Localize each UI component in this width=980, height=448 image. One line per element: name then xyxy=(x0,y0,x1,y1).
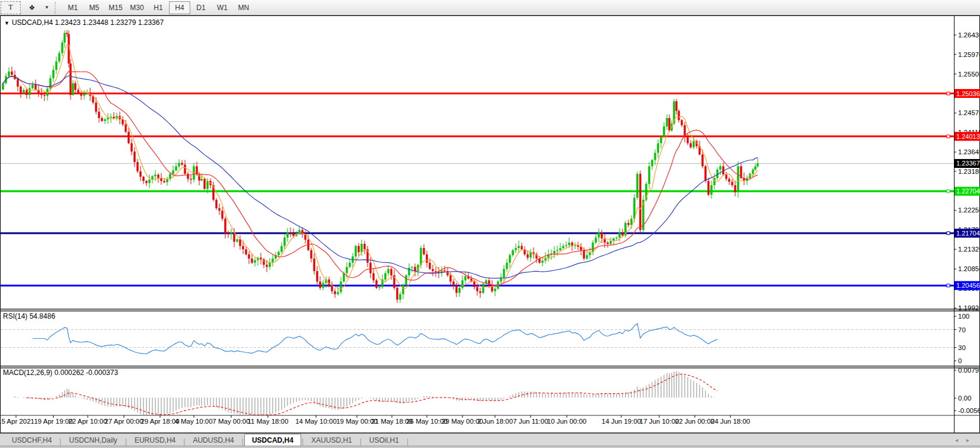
symbol-tab-audusd[interactable]: AUDUSD,H4 xyxy=(186,435,241,446)
candle-body xyxy=(429,263,430,269)
hline-handle[interactable] xyxy=(947,190,950,193)
symbol-tab-eurusd[interactable]: EURUSD,H4 xyxy=(127,435,183,446)
symbol-tab-usdcad[interactable]: USDCAD,H4 xyxy=(244,434,301,446)
symbol-dropdown-icon[interactable]: ▼ xyxy=(4,20,9,26)
candle-body xyxy=(372,273,374,280)
candle-body xyxy=(163,181,165,182)
candle-body xyxy=(316,271,318,282)
candle-body xyxy=(80,93,82,96)
candle-body xyxy=(319,282,321,288)
candle-body xyxy=(92,96,94,102)
candle-body xyxy=(160,178,162,181)
candle-body xyxy=(494,289,496,291)
candle-body xyxy=(692,141,694,148)
timeframe-button-mn[interactable]: MN xyxy=(233,1,254,14)
ma-fast-line xyxy=(3,45,758,289)
candle-body xyxy=(752,170,754,174)
candle-body xyxy=(657,143,659,152)
candle-body xyxy=(663,126,665,137)
tab-scroll-left-icon[interactable]: ◂ xyxy=(955,437,958,443)
time-axis-label: 7 Jun 11:00 xyxy=(513,418,548,425)
timeframe-button-m1[interactable]: M1 xyxy=(62,1,84,14)
candle-body xyxy=(734,185,736,192)
timeframe-button-h1[interactable]: H1 xyxy=(148,1,169,14)
candle-body xyxy=(710,185,712,195)
candle-body xyxy=(63,33,65,42)
candle-body xyxy=(577,245,579,247)
candle-body xyxy=(190,179,191,179)
timeframe-button-m5[interactable]: M5 xyxy=(84,1,105,14)
candle-body xyxy=(535,255,537,259)
arrows-tool-icon[interactable]: ❖ xyxy=(22,1,42,14)
candle-body xyxy=(77,90,79,93)
candle-body xyxy=(458,288,460,293)
candle-body xyxy=(343,273,344,281)
symbol-tab-bar: USDCHF,H4|USDCNH,Daily|EURUSD,H4|AUDUSD,… xyxy=(0,433,980,446)
candle-body xyxy=(139,171,141,177)
hline-handle[interactable] xyxy=(947,284,950,287)
timeframe-button-w1[interactable]: W1 xyxy=(212,1,233,14)
chart-window-frame xyxy=(1,16,980,433)
candle-body xyxy=(5,76,7,83)
hline-handle[interactable] xyxy=(947,231,950,234)
macd-indicator-label: MACD(12,26,9) 0.000262 -0.000373 xyxy=(3,368,118,377)
time-axis-label: 19 Apr 19:00 xyxy=(34,418,72,425)
ma-mid-line xyxy=(3,71,758,285)
candle-body xyxy=(263,259,264,265)
candle-body xyxy=(212,185,214,200)
candle-body xyxy=(46,88,48,96)
candle-body xyxy=(636,174,638,198)
timeframe-button-h4[interactable]: H4 xyxy=(169,1,190,14)
candle-body xyxy=(432,269,433,271)
candle-body xyxy=(550,253,552,254)
symbol-tab-usoil[interactable]: USOil,H1 xyxy=(362,435,406,446)
candle-body xyxy=(23,90,24,93)
symbol-tab-usdcnh[interactable]: USDCNH,Daily xyxy=(62,435,124,446)
candle-body xyxy=(266,265,267,267)
time-axis-label: 17 Jun 10:00 xyxy=(640,418,679,425)
candle-body xyxy=(704,166,706,181)
candle-body xyxy=(157,174,159,178)
hline-price-badge: 1.22704 xyxy=(956,188,980,195)
candle-body xyxy=(11,71,12,75)
candle-body xyxy=(562,246,564,248)
candle-body xyxy=(707,181,709,195)
candle-body xyxy=(337,292,339,294)
time-axis-label: 4 May 10:00 xyxy=(175,418,212,425)
candle-body xyxy=(547,255,549,258)
timeframe-button-m30[interactable]: M30 xyxy=(126,1,148,14)
timeframe-button-m15[interactable]: M15 xyxy=(105,1,126,14)
symbol-tab-usdchf[interactable]: USDCHF,H4 xyxy=(5,435,59,446)
rsi-axis-label: 30 xyxy=(958,344,966,351)
candle-body xyxy=(277,252,279,255)
candle-body xyxy=(55,62,57,70)
candle-body xyxy=(541,260,543,263)
arrows-dropdown-caret-icon[interactable]: ▼ xyxy=(44,5,49,10)
candle-body xyxy=(698,146,700,154)
candle-body xyxy=(37,90,39,93)
candle-body xyxy=(749,174,751,178)
hline-handle[interactable] xyxy=(947,92,950,95)
time-axis-label: 27 Apr 00:00 xyxy=(104,418,143,425)
candle-body xyxy=(609,241,611,244)
tab-scroll-right-icon[interactable]: ▸ xyxy=(966,437,969,443)
candle-body xyxy=(269,263,270,267)
symbol-tab-xauusd[interactable]: XAUUSD,H1 xyxy=(304,435,359,446)
candle-body xyxy=(423,248,424,255)
candle-body xyxy=(254,260,256,263)
candle-body xyxy=(355,246,356,256)
candle-body xyxy=(310,250,312,259)
candle-body xyxy=(209,181,211,185)
candle-body xyxy=(446,271,448,275)
candle-body xyxy=(509,255,510,263)
macd-axis-label: 0.007959 xyxy=(958,367,980,374)
hline-handle[interactable] xyxy=(947,135,950,138)
time-axis-label: 21 May 18:00 xyxy=(371,418,413,425)
text-tool-button[interactable]: T xyxy=(1,1,21,14)
candle-body xyxy=(532,252,534,255)
timeframe-button-d1[interactable]: D1 xyxy=(190,1,212,14)
candle-body xyxy=(198,174,200,180)
candle-body xyxy=(589,252,590,255)
price-axis-tick-label: 1.22250 xyxy=(958,206,980,214)
candle-body xyxy=(675,101,677,111)
